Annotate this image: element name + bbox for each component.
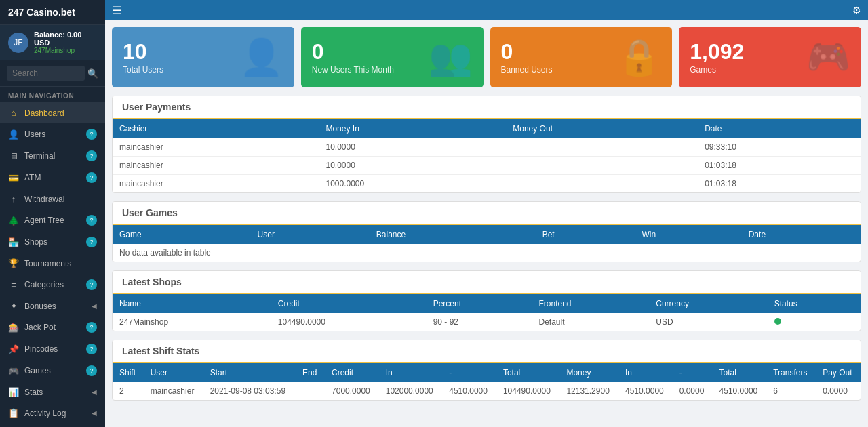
total2-cell: 4510.0000 [713, 382, 767, 400]
table-row: maincashier 10.0000 01:03:18 [113, 157, 861, 175]
user-games-table: Game User Balance Bet Win Date No data a… [113, 225, 861, 262]
sidebar-item-pincodes[interactable]: 📌 Pincodes ? [0, 338, 105, 360]
user-games-panel: User Games Game User Balance Bet Win Dat… [112, 201, 861, 262]
cashier-cell[interactable]: maincashier [113, 175, 319, 193]
sidebar-item-atm[interactable]: 💳 ATM ? [0, 167, 105, 188]
nav-section-title: MAIN NAVIGATION [0, 87, 105, 102]
dash2-cell: 0.0000 [673, 382, 713, 400]
col-status: Status [768, 294, 861, 313]
topbar-right: ⚙ [852, 5, 861, 16]
latest-shops-table: Name Credit Percent Frontend Currency St… [113, 294, 861, 331]
latest-shops-title: Latest Shops [113, 271, 861, 294]
payout-cell: 0.0000 [816, 382, 861, 400]
status-active-dot [774, 318, 781, 325]
topbar: ☰ ⚙ [105, 0, 868, 20]
credit-cell: 7000.0000 [325, 382, 379, 400]
sidebar-item-dashboard[interactable]: ⌂ Dashboard [0, 102, 105, 123]
sidebar-item-agent-tree[interactable]: 🌲 Agent Tree ? [0, 209, 105, 231]
sidebar-item-label: Users [24, 129, 86, 139]
question-badge: ? [86, 150, 97, 161]
col-user: User [144, 363, 203, 382]
col-credit: Credit [325, 363, 379, 382]
stat-card-total-users: 10 Total Users 👤 [112, 27, 294, 87]
no-data-message: No data available in table [113, 244, 861, 262]
sidebar-item-stats[interactable]: 📊 Stats ◀ [0, 382, 105, 403]
shift-cell: 2 [113, 382, 144, 400]
stat-card-games: 1,092 Games 🎮 [679, 27, 861, 87]
stat-card-new-users: 0 New Users This Month 👥 [301, 27, 484, 87]
money-out-cell [506, 138, 698, 157]
date-cell: 01:03:18 [698, 157, 861, 175]
date-cell: 01:03:18 [698, 175, 861, 193]
balance-display: Balance: 0.00 USD [34, 30, 97, 47]
end-cell [296, 382, 325, 400]
col-total: Total [496, 363, 560, 382]
money-out-cell [506, 157, 698, 175]
sidebar-item-label: Shops [24, 237, 86, 247]
shops-icon: 🏪 [8, 237, 19, 247]
games-icon: 🎮 [8, 366, 19, 376]
sidebar-item-label: Jack Pot [24, 323, 86, 332]
col-money: Money [559, 363, 618, 382]
latest-shift-stats-title: Latest Shift Stats [113, 340, 861, 363]
col-percent: Percent [427, 294, 532, 313]
col-currency: Currency [649, 294, 767, 313]
sidebar-item-games[interactable]: 🎮 Games ? [0, 360, 105, 382]
sidebar-user-section: JF Balance: 0.00 USD 247Mainshop [0, 25, 105, 60]
withdrawal-icon: ↑ [8, 194, 19, 204]
money-out-cell [506, 175, 698, 193]
app-title: 247 Casino.bet [8, 7, 75, 18]
sidebar-item-label: Stats [24, 388, 92, 397]
total-users-label: Total Users [123, 65, 163, 75]
search-icon[interactable]: 🔍 [87, 68, 98, 79]
latest-shift-stats-panel: Latest Shift Stats Shift User Start End … [112, 340, 861, 401]
search-input[interactable] [7, 66, 85, 81]
shop-name-cell[interactable]: 247Mainshop [113, 313, 271, 331]
sidebar-item-label: Pincodes [24, 344, 86, 354]
cashier-cell[interactable]: maincashier [113, 138, 319, 157]
sidebar-item-bonuses[interactable]: ✦ Bonuses ◀ [0, 296, 105, 317]
col-start: Start [203, 363, 296, 382]
question-badge: ? [86, 322, 97, 333]
sidebar-item-tournaments[interactable]: 🏆 Tournaments [0, 253, 105, 274]
col-date: Date [742, 225, 861, 244]
sidebar-item-activity-log[interactable]: 📋 Activity Log ◀ [0, 403, 105, 424]
sidebar-item-withdrawal[interactable]: ↑ Withdrawal [0, 188, 105, 209]
user-info: Balance: 0.00 USD 247Mainshop [34, 30, 97, 54]
sidebar-item-label: Dashboard [24, 108, 97, 118]
table-row: No data available in table [113, 244, 861, 262]
users-icon: 👤 [8, 129, 19, 140]
table-row: maincashier 10.0000 09:33:10 [113, 138, 861, 157]
settings-icon[interactable]: ⚙ [852, 5, 861, 16]
sidebar-item-label: Withdrawal [24, 195, 97, 204]
dashboard-icon: ⌂ [8, 108, 19, 118]
money-cell: 12131.2900 [559, 382, 618, 400]
col-name: Name [113, 294, 271, 313]
date-cell: 09:33:10 [698, 138, 861, 157]
col-money-out: Money Out [506, 119, 698, 138]
latest-shift-stats-table: Shift User Start End Credit In - Total M… [113, 363, 861, 400]
sidebar-item-users[interactable]: 👤 Users ? [0, 123, 105, 145]
chevron-left-icon: ◀ [92, 388, 97, 396]
question-badge: ? [86, 279, 97, 290]
sidebar-item-terminal[interactable]: 🖥 Terminal ? [0, 145, 105, 167]
menu-icon[interactable]: ☰ [112, 4, 121, 17]
table-row: maincashier 1000.0000 01:03:18 [113, 175, 861, 193]
sidebar-item-categories[interactable]: ≡ Categories ? [0, 274, 105, 296]
sidebar-header: 247 Casino.bet [0, 0, 105, 25]
start-cell: 2021-09-08 03:03:59 [203, 382, 296, 400]
frontend-cell: Default [532, 313, 649, 331]
games-count: 1,092 [690, 41, 744, 62]
sidebar-item-shops[interactable]: 🏪 Shops ? [0, 231, 105, 253]
cashier-cell[interactable]: maincashier [113, 157, 319, 175]
sidebar-item-label: Agent Tree [24, 216, 86, 225]
sidebar-item-permissions[interactable]: 🔒 Permissions ? [0, 424, 105, 427]
agent-tree-icon: 🌲 [8, 216, 19, 226]
sidebar-item-jackpot[interactable]: 🎰 Jack Pot ? [0, 317, 105, 338]
sidebar-item-label: Games [24, 366, 86, 375]
jackpot-icon: 🎰 [8, 323, 19, 333]
col-credit: Credit [271, 294, 427, 313]
question-badge: ? [86, 344, 97, 354]
games-label: Games [690, 65, 744, 75]
sidebar-item-label: ATM [24, 173, 86, 182]
